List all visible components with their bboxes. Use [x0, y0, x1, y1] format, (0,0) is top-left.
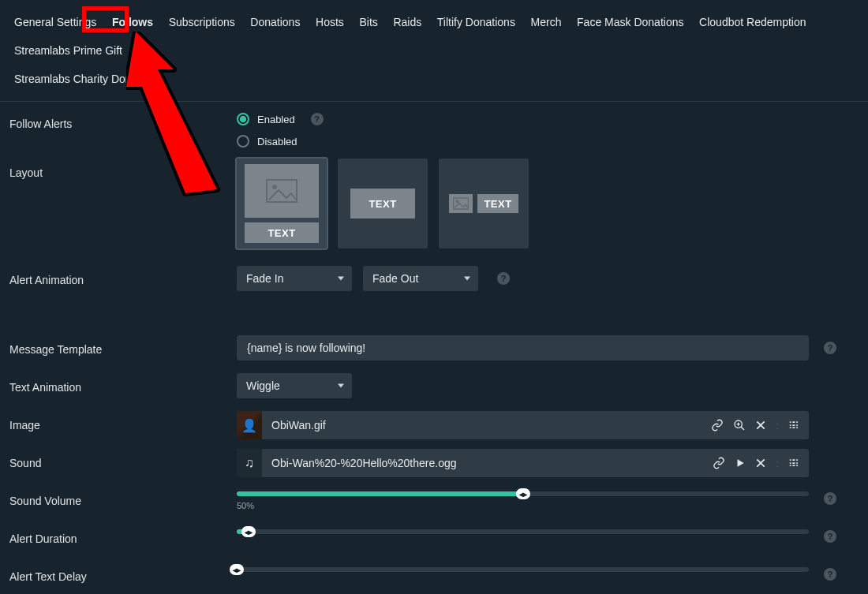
svg-rect-2: [267, 180, 297, 202]
slider-thumb[interactable]: ◂▸: [230, 564, 244, 575]
layout-text-badge: TEXT: [245, 222, 319, 243]
settings-tabs: General Settings Follows Subscriptions D…: [0, 0, 868, 102]
drag-handle-icon[interactable]: [788, 420, 799, 431]
music-note-icon: ♫: [237, 449, 262, 477]
follow-alerts-enabled-radio[interactable]: [237, 113, 249, 125]
select-value: Fade In: [246, 272, 283, 285]
tab-merch[interactable]: Merch: [525, 8, 568, 36]
layout-option-image-over-text[interactable]: TEXT: [237, 159, 327, 248]
layout-text-badge: TEXT: [350, 189, 415, 219]
help-icon[interactable]: ?: [824, 568, 836, 581]
zoom-icon[interactable]: [733, 419, 746, 431]
help-icon[interactable]: ?: [824, 492, 836, 505]
tab-subscriptions[interactable]: Subscriptions: [163, 8, 241, 36]
layout-label: Layout: [0, 159, 237, 187]
help-icon[interactable]: ?: [497, 272, 510, 285]
layout-placeholder-image-icon: [449, 194, 473, 213]
image-filename: ObiWan.gif: [262, 419, 702, 431]
alert-animation-in-select[interactable]: Fade In: [237, 266, 352, 291]
link-icon[interactable]: [713, 457, 725, 469]
image-thumbnail: 👤: [237, 411, 262, 439]
chevron-down-icon: [464, 277, 470, 281]
layout-option-text-only[interactable]: TEXT: [338, 159, 428, 248]
radio-enabled-label: Enabled: [257, 114, 295, 125]
tab-streamlabs-charity-donations[interactable]: Streamlabs Charity Donations: [8, 65, 167, 93]
sound-volume-value: 50%: [237, 501, 809, 510]
slider-thumb[interactable]: ◂▸: [241, 526, 256, 537]
tab-donations[interactable]: Donations: [244, 8, 306, 36]
sound-volume-label: Sound Volume: [0, 487, 237, 515]
radio-disabled-label: Disabled: [257, 136, 297, 148]
svg-point-3: [272, 185, 277, 189]
tab-hosts[interactable]: Hosts: [309, 8, 350, 36]
close-icon[interactable]: [755, 458, 766, 469]
sound-label: Sound: [0, 449, 237, 477]
follow-alerts-disabled-radio[interactable]: [237, 135, 249, 148]
tab-general-settings[interactable]: General Settings: [8, 8, 103, 36]
alert-duration-value: 8s: [0, 539, 534, 548]
svg-point-5: [456, 200, 459, 204]
select-value: Wiggle: [246, 379, 280, 392]
layout-placeholder-image-icon: [245, 164, 319, 218]
alert-text-delay-value: 0s: [0, 577, 523, 586]
close-icon[interactable]: [755, 420, 766, 431]
sound-filename: Obi-Wan%20-%20Hello%20there.ogg: [262, 457, 703, 469]
tab-bits[interactable]: Bits: [353, 8, 383, 36]
alert-duration-slider[interactable]: ◂▸: [237, 529, 809, 534]
slider-fill: [237, 491, 523, 496]
image-label: Image: [0, 411, 237, 439]
tab-streamlabs-prime-gift[interactable]: Streamlabs Prime Gift: [8, 36, 129, 65]
tab-cloudbot-redemption[interactable]: Cloudbot Redemption: [693, 8, 812, 36]
alert-animation-label: Alert Animation: [0, 266, 237, 294]
text-animation-select[interactable]: Wiggle: [237, 373, 352, 398]
text-animation-label: Text Animation: [0, 373, 237, 402]
tab-follows[interactable]: Follows: [106, 8, 159, 36]
help-icon[interactable]: ?: [824, 342, 836, 354]
layout-option-image-beside-text[interactable]: TEXT: [439, 159, 529, 248]
alert-text-delay-slider[interactable]: ◂▸: [237, 567, 809, 572]
follow-alerts-label: Follow Alerts: [0, 110, 237, 138]
message-template-label: Message Template: [0, 335, 237, 364]
tab-tiltify-donations[interactable]: Tiltify Donations: [431, 8, 522, 36]
drag-handle-icon[interactable]: [788, 458, 799, 469]
alert-animation-out-select[interactable]: Fade Out: [363, 266, 478, 291]
svg-line-7: [741, 427, 744, 430]
tab-raids[interactable]: Raids: [387, 8, 428, 36]
help-icon[interactable]: ?: [311, 113, 324, 125]
play-icon[interactable]: [735, 458, 746, 469]
sound-picker[interactable]: ♫ Obi-Wan%20-%20Hello%20there.ogg :: [237, 449, 809, 477]
slider-thumb[interactable]: ◂▸: [516, 488, 530, 499]
message-template-input[interactable]: [237, 335, 809, 361]
select-value: Fade Out: [372, 272, 418, 285]
link-icon[interactable]: [711, 419, 724, 431]
chevron-down-icon: [338, 277, 344, 281]
sound-volume-slider[interactable]: ◂▸: [237, 491, 809, 496]
svg-marker-12: [738, 459, 744, 466]
layout-text-badge: TEXT: [477, 194, 518, 213]
chevron-down-icon: [338, 384, 344, 388]
tab-face-mask-donations[interactable]: Face Mask Donations: [571, 8, 690, 36]
help-icon[interactable]: ?: [824, 530, 836, 543]
image-picker[interactable]: 👤 ObiWan.gif :: [237, 411, 809, 439]
